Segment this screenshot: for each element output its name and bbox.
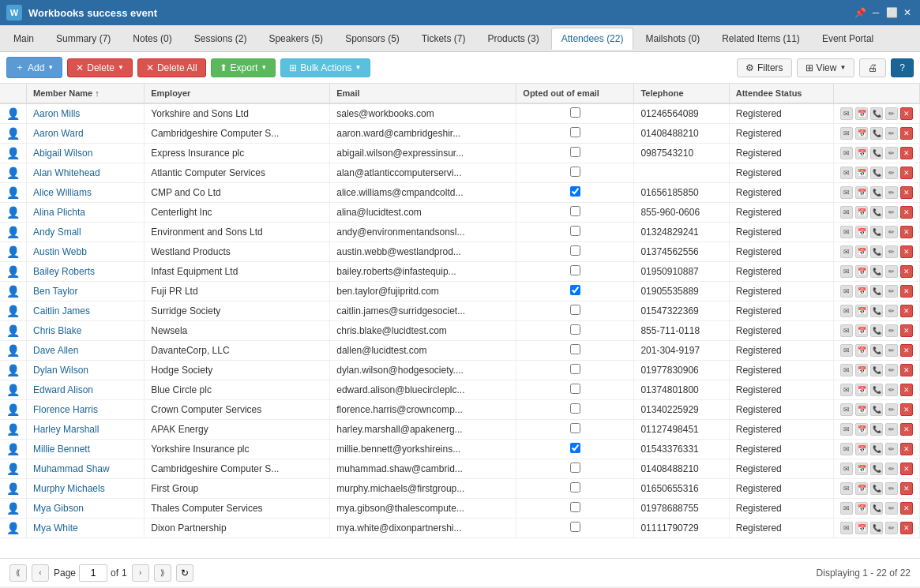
row-opted-out[interactable] xyxy=(516,223,634,242)
edit-action-icon[interactable]: ✏ xyxy=(885,522,898,534)
bulk-actions-button[interactable]: ⊞ Bulk Actions ▼ xyxy=(280,58,370,77)
calendar-action-icon[interactable]: 📅 xyxy=(855,423,868,436)
edit-action-icon[interactable]: ✏ xyxy=(885,167,898,179)
edit-action-icon[interactable]: ✏ xyxy=(885,364,898,376)
edit-action-icon[interactable]: ✏ xyxy=(885,107,898,120)
phone-action-icon[interactable]: 📞 xyxy=(870,226,883,238)
row-name[interactable]: Alice Williams xyxy=(27,183,145,203)
opted-out-checkbox[interactable] xyxy=(570,463,580,473)
calendar-action-icon[interactable]: 📅 xyxy=(855,403,868,416)
opted-out-checkbox[interactable] xyxy=(570,167,580,177)
refresh-button[interactable]: ↻ xyxy=(176,564,193,582)
edit-action-icon[interactable]: ✏ xyxy=(885,265,898,278)
opted-out-checkbox[interactable] xyxy=(570,147,580,157)
phone-action-icon[interactable]: 📞 xyxy=(870,384,883,396)
edit-action-icon[interactable]: ✏ xyxy=(885,344,898,357)
row-name[interactable]: Mya White xyxy=(27,519,145,538)
row-opted-out[interactable] xyxy=(516,519,634,538)
phone-action-icon[interactable]: 📞 xyxy=(870,285,883,298)
row-name[interactable]: Alan Whitehead xyxy=(27,163,145,183)
filters-button[interactable]: ⚙ Filters xyxy=(737,58,792,77)
row-opted-out[interactable] xyxy=(516,282,634,301)
email-action-icon[interactable]: ✉ xyxy=(840,127,853,140)
print-button[interactable]: 🖨 xyxy=(859,58,886,77)
opted-out-checkbox[interactable] xyxy=(570,285,580,295)
edit-action-icon[interactable]: ✏ xyxy=(885,423,898,436)
email-action-icon[interactable]: ✉ xyxy=(840,226,853,238)
calendar-action-icon[interactable]: 📅 xyxy=(855,245,868,258)
row-name[interactable]: Abigail Wilson xyxy=(27,144,145,163)
row-opted-out[interactable] xyxy=(516,341,634,361)
tab-speakers[interactable]: Speakers (5) xyxy=(258,28,333,49)
calendar-action-icon[interactable]: 📅 xyxy=(855,206,868,219)
calendar-action-icon[interactable]: 📅 xyxy=(855,384,868,396)
phone-action-icon[interactable]: 📞 xyxy=(870,245,883,258)
row-opted-out[interactable] xyxy=(516,203,634,223)
phone-action-icon[interactable]: 📞 xyxy=(870,443,883,455)
calendar-action-icon[interactable]: 📅 xyxy=(855,167,868,179)
row-opted-out[interactable] xyxy=(516,321,634,341)
row-opted-out[interactable] xyxy=(516,400,634,420)
row-opted-out[interactable] xyxy=(516,479,634,499)
remove-action-icon[interactable]: ✕ xyxy=(900,206,913,219)
remove-action-icon[interactable]: ✕ xyxy=(900,463,913,475)
add-button[interactable]: ＋ Add ▼ xyxy=(6,57,62,78)
page-input[interactable] xyxy=(79,564,107,582)
edit-action-icon[interactable]: ✏ xyxy=(885,186,898,199)
row-opted-out[interactable] xyxy=(516,459,634,479)
row-opted-out[interactable] xyxy=(516,183,634,203)
row-name[interactable]: Aaron Ward xyxy=(27,124,145,144)
opted-out-checkbox[interactable] xyxy=(570,423,580,433)
phone-action-icon[interactable]: 📞 xyxy=(870,522,883,534)
phone-action-icon[interactable]: 📞 xyxy=(870,403,883,416)
remove-action-icon[interactable]: ✕ xyxy=(900,482,913,495)
edit-action-icon[interactable]: ✏ xyxy=(885,226,898,238)
calendar-action-icon[interactable]: 📅 xyxy=(855,265,868,278)
edit-action-icon[interactable]: ✏ xyxy=(885,482,898,495)
email-action-icon[interactable]: ✉ xyxy=(840,482,853,495)
minimize-button[interactable]: ─ xyxy=(869,6,882,19)
tab-portal[interactable]: Event Portal xyxy=(812,28,884,49)
opted-out-checkbox[interactable] xyxy=(570,245,580,256)
remove-action-icon[interactable]: ✕ xyxy=(900,423,913,436)
calendar-action-icon[interactable]: 📅 xyxy=(855,127,868,140)
row-opted-out[interactable] xyxy=(516,144,634,163)
phone-action-icon[interactable]: 📞 xyxy=(870,344,883,357)
remove-action-icon[interactable]: ✕ xyxy=(900,384,913,396)
view-button[interactable]: ⊞ View ▼ xyxy=(797,58,855,77)
opted-out-checkbox[interactable] xyxy=(570,344,580,354)
row-name[interactable]: Florence Harris xyxy=(27,400,145,420)
calendar-action-icon[interactable]: 📅 xyxy=(855,364,868,376)
edit-action-icon[interactable]: ✏ xyxy=(885,206,898,219)
phone-action-icon[interactable]: 📞 xyxy=(870,107,883,120)
edit-action-icon[interactable]: ✏ xyxy=(885,305,898,317)
remove-action-icon[interactable]: ✕ xyxy=(900,443,913,455)
tab-products[interactable]: Products (3) xyxy=(477,28,549,49)
email-action-icon[interactable]: ✉ xyxy=(840,344,853,357)
row-name[interactable]: Austin Webb xyxy=(27,242,145,262)
opted-out-checkbox[interactable] xyxy=(570,265,580,275)
remove-action-icon[interactable]: ✕ xyxy=(900,305,913,317)
remove-action-icon[interactable]: ✕ xyxy=(900,324,913,337)
row-opted-out[interactable] xyxy=(516,440,634,459)
calendar-action-icon[interactable]: 📅 xyxy=(855,226,868,238)
close-button[interactable]: ✕ xyxy=(901,6,914,19)
row-name[interactable]: Chris Blake xyxy=(27,321,145,341)
edit-action-icon[interactable]: ✏ xyxy=(885,324,898,337)
email-action-icon[interactable]: ✉ xyxy=(840,186,853,199)
phone-action-icon[interactable]: 📞 xyxy=(870,364,883,376)
row-name[interactable]: Murphy Michaels xyxy=(27,479,145,499)
remove-action-icon[interactable]: ✕ xyxy=(900,107,913,120)
pin-button[interactable]: 📌 xyxy=(854,6,866,19)
opted-out-checkbox[interactable] xyxy=(570,107,580,118)
email-action-icon[interactable]: ✉ xyxy=(840,384,853,396)
opted-out-checkbox[interactable] xyxy=(570,364,580,374)
email-action-icon[interactable]: ✉ xyxy=(840,423,853,436)
email-action-icon[interactable]: ✉ xyxy=(840,167,853,179)
row-name[interactable]: Millie Bennett xyxy=(27,440,145,459)
email-action-icon[interactable]: ✉ xyxy=(840,502,853,515)
email-action-icon[interactable]: ✉ xyxy=(840,107,853,120)
row-name[interactable]: Aaron Mills xyxy=(27,103,145,124)
remove-action-icon[interactable]: ✕ xyxy=(900,245,913,258)
phone-action-icon[interactable]: 📞 xyxy=(870,502,883,515)
